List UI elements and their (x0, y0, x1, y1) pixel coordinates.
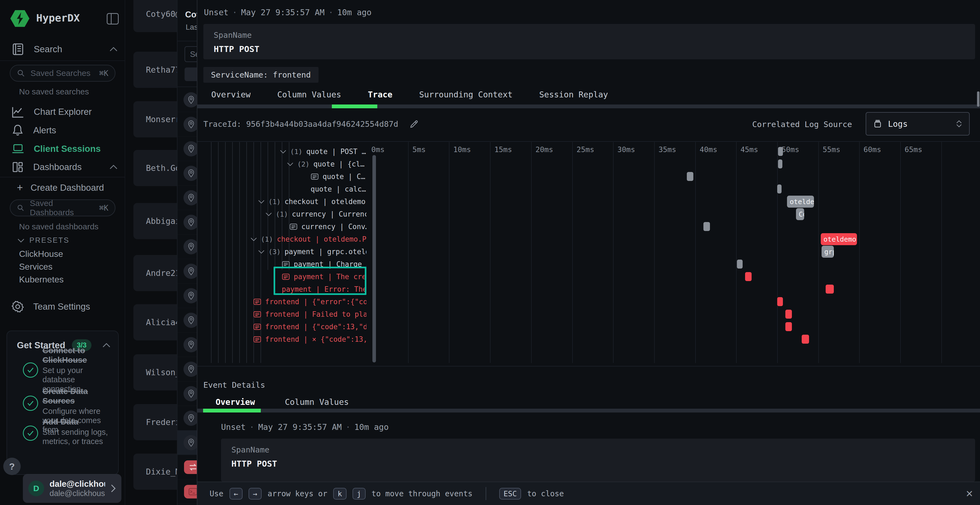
span-tree-row[interactable]: (1)quote | POST … (280, 145, 366, 158)
session-card[interactable]: Dixie_Mc (134, 454, 177, 490)
peek-row-location-pin[interactable] (178, 235, 197, 259)
help-label: ? (9, 461, 15, 472)
session-card[interactable]: Abbigail (134, 203, 177, 239)
peek-row-location-pin[interactable] (178, 308, 197, 332)
span-bar[interactable] (778, 147, 783, 156)
span-tree-row[interactable]: quote | calc… (310, 183, 366, 195)
span-tree-row[interactable]: (1)currency | Currenc… (266, 208, 366, 221)
location-pin-icon (183, 435, 197, 450)
user-account-chip[interactable]: D dale@clickhouse.com dale@clickhouse.co… (23, 474, 121, 503)
session-card[interactable]: Retha77@ (134, 52, 177, 88)
span-tree-row[interactable]: quote | C… (310, 170, 365, 183)
peek-row-location-pin[interactable] (178, 137, 197, 161)
span-tree-row[interactable]: payment | Error: The … (282, 283, 366, 295)
span-tree-row[interactable]: frontend | {"code":13,"det… (253, 321, 366, 333)
child-count: (3) (269, 248, 281, 256)
sidebar-item-search[interactable]: Search (0, 41, 125, 57)
sidebar-item-label: Alerts (33, 125, 56, 135)
peek-row-location-pin[interactable] (178, 357, 197, 381)
event-details-tab-column-values[interactable]: Column Values (285, 397, 349, 407)
page-scrollbar-thumb[interactable] (977, 91, 980, 106)
close-icon[interactable]: × (966, 488, 973, 500)
service-name-chip[interactable]: ServiceName: frontend (204, 67, 318, 83)
sidebar-item-client-sessions[interactable]: Client Sessions (0, 141, 125, 157)
peek-button[interactable] (185, 67, 197, 81)
span-bar[interactable] (785, 322, 792, 331)
span-label: currency | Currenc… (292, 210, 366, 218)
span-bar[interactable] (703, 222, 710, 231)
create-dashboard-button[interactable]: + Create Dashboard (17, 182, 104, 194)
span-tree-row[interactable]: (1)checkout | oteldemo.Pa… (250, 233, 366, 245)
span-bar[interactable] (745, 272, 752, 281)
span-tree-row[interactable]: (2)quote | {cl… (287, 158, 364, 170)
span-tree-row[interactable]: currency | Conv… (290, 221, 366, 233)
session-card[interactable]: Alicia42 (134, 304, 177, 340)
log-source-select[interactable]: Logs (865, 112, 970, 135)
session-card[interactable]: Andre21@ (134, 255, 177, 291)
peek-row-location-pin[interactable] (178, 259, 197, 284)
preset-item-kubernetes[interactable]: Kubernetes (19, 275, 64, 284)
peek-row-location-pin[interactable] (178, 430, 197, 455)
tab-surrounding-context[interactable]: Surrounding Context (419, 90, 512, 99)
tab-overview[interactable]: Overview (211, 90, 251, 99)
peek-row-terminal[interactable] (178, 480, 197, 504)
span-bar[interactable] (687, 172, 694, 181)
sidebar-item-chart-explorer[interactable]: Chart Explorer (0, 104, 125, 120)
peek-row-swap-horizontal[interactable] (178, 455, 197, 480)
saved-searches-input[interactable]: Saved Searches ⌘K (10, 65, 115, 82)
tab-column-values[interactable]: Column Values (277, 90, 341, 99)
session-card[interactable]: Monserra (134, 101, 177, 137)
span-name-card: SpanName HTTP POST (204, 24, 975, 59)
tab-session-replay[interactable]: Session Replay (539, 90, 608, 99)
peek-row-location-pin[interactable] (178, 284, 197, 308)
sidebar-item-alerts[interactable]: Alerts (0, 122, 125, 138)
peek-search-input[interactable]: Sea (185, 46, 197, 62)
peek-row-location-pin[interactable] (178, 406, 197, 430)
peek-row-location-pin[interactable] (178, 332, 197, 357)
edit-pencil-icon[interactable] (409, 119, 419, 129)
sidebar-collapse-icon[interactable] (107, 13, 119, 24)
span-tree-row[interactable]: frontend | {"error":{"code… (253, 295, 366, 308)
presets-section-toggle[interactable]: PRESETS (18, 236, 69, 245)
span-bar[interactable]: Co (796, 208, 804, 220)
sidebar-item-dashboards[interactable]: Dashboards (0, 159, 125, 175)
span-bar[interactable]: oteldemo. (821, 233, 857, 245)
peek-row-location-pin[interactable] (178, 112, 197, 137)
log-doc-icon (253, 323, 261, 330)
span-bar[interactable] (802, 335, 809, 344)
peek-row-location-pin[interactable] (178, 87, 197, 112)
span-tree-row[interactable]: payment | Charge … (282, 258, 366, 270)
span-tree-row[interactable]: (1)checkout | oteldemo.… (258, 195, 366, 208)
span-bar[interactable] (737, 260, 743, 268)
peek-row-location-pin[interactable] (178, 381, 197, 406)
session-card[interactable]: Wilson_H (134, 354, 177, 391)
peek-row-location-pin[interactable] (178, 161, 197, 186)
span-bar[interactable]: grpc (822, 246, 834, 258)
span-bar[interactable] (777, 297, 783, 306)
preset-item-services[interactable]: Services (19, 262, 52, 272)
event-details-tab-overview[interactable]: Overview (216, 397, 255, 407)
span-bar[interactable] (826, 284, 834, 294)
session-card[interactable]: Beth.Gol (134, 150, 177, 186)
help-button[interactable]: ? (3, 458, 21, 475)
span-tree-row[interactable]: frontend | Failed to place… (253, 308, 366, 321)
sidebar-item-team-settings[interactable]: Team Settings (0, 299, 125, 314)
gridline (777, 142, 778, 363)
peek-row-location-pin[interactable] (178, 210, 197, 235)
peek-row-location-pin[interactable] (178, 186, 197, 210)
session-card[interactable]: Frederic (134, 404, 177, 440)
span-bar[interactable] (785, 310, 792, 319)
span-bar[interactable]: oteldemo. (787, 195, 814, 208)
session-card[interactable]: Coty60@g (134, 0, 177, 32)
span-bar[interactable] (777, 184, 781, 194)
location-pin-icon (183, 411, 197, 426)
active-tab-underline (332, 105, 377, 108)
span-tree-row[interactable]: payment | The cre… (282, 270, 366, 283)
span-bar[interactable] (778, 159, 783, 168)
span-tree-row[interactable]: (3)payment | grpc.oteld… (258, 245, 366, 258)
preset-item-clickhouse[interactable]: ClickHouse (19, 249, 63, 259)
saved-dashboards-input[interactable]: Saved Dashboards ⌘K (10, 199, 115, 216)
span-tree-row[interactable]: frontend | × {"code":13,"d… (253, 333, 366, 346)
tab-trace[interactable]: Trace (368, 90, 392, 99)
log-source-value: Logs (888, 119, 908, 129)
